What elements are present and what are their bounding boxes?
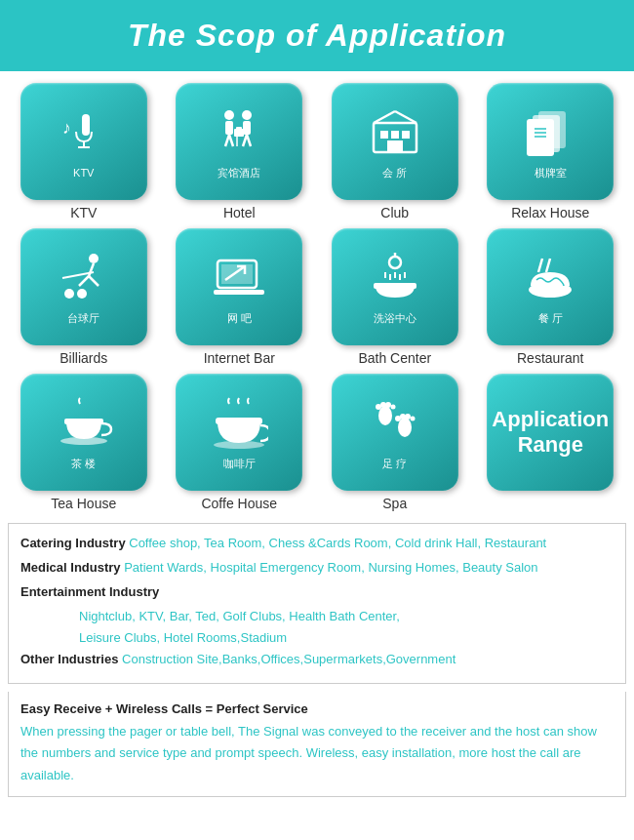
icon-item-club: 会 所 Club <box>321 83 469 220</box>
billiards-chinese: 台球厅 <box>67 311 99 326</box>
app-range-text: ApplicationRange <box>484 399 616 466</box>
svg-rect-38 <box>214 290 264 295</box>
hotel-label: Hotel <box>223 205 256 220</box>
easy-receive-title: Easy Receive + Wireless Calls = Perfect … <box>20 701 614 716</box>
svg-line-21 <box>395 111 416 123</box>
entertainment-label: Entertainment Industry <box>20 584 159 599</box>
hotel-chinese: 宾馆酒店 <box>218 166 260 180</box>
club-chinese: 会 所 <box>382 166 407 180</box>
club-label: Club <box>380 205 409 220</box>
svg-point-59 <box>390 404 395 409</box>
spa-label: Spa <box>382 496 407 511</box>
svg-rect-19 <box>387 140 403 152</box>
tea-house-icon <box>55 394 113 453</box>
icon-box-billiards: 台球厅 <box>20 228 147 345</box>
svg-line-31 <box>89 276 99 286</box>
icon-box-relax-house: 棋牌室 <box>487 83 614 200</box>
icon-box-hotel: 宾馆酒店 <box>176 83 302 200</box>
icon-box-internet-bar: 网 吧 <box>176 228 302 345</box>
bath-center-chinese: 洗浴中心 <box>374 311 416 326</box>
svg-point-4 <box>224 110 234 120</box>
svg-point-39 <box>389 257 401 268</box>
svg-point-51 <box>60 437 107 445</box>
icon-box-ktv: ♪ KTV <box>20 83 147 200</box>
svg-line-29 <box>89 263 94 276</box>
icon-item-app-range: ApplicationRange <box>477 374 625 511</box>
svg-point-28 <box>89 254 99 263</box>
icon-box-club: 会 所 <box>332 83 458 200</box>
svg-line-7 <box>229 135 233 146</box>
internet-bar-chinese: 网 吧 <box>227 311 252 326</box>
entertainment-row: Entertainment Industry <box>20 582 614 603</box>
ktv-label: KTV <box>70 205 97 220</box>
svg-rect-50 <box>64 419 103 424</box>
catering-label: Catering Industry <box>20 536 126 550</box>
billiards-label: Billiards <box>59 350 107 366</box>
ktv-chinese: KTV <box>73 167 94 179</box>
svg-rect-9 <box>243 121 251 135</box>
hotel-icon <box>210 103 268 162</box>
svg-rect-17 <box>391 131 399 139</box>
icon-item-coffe-house: 咖啡厅 Coffe House <box>166 374 314 511</box>
other-industries-label: Other Industries <box>20 652 118 666</box>
svg-point-8 <box>242 110 252 120</box>
tea-house-chinese: 茶 楼 <box>71 457 96 471</box>
club-icon <box>366 103 424 162</box>
icon-item-tea-house: 茶 楼 Tea House <box>10 374 158 511</box>
entertainment-line1: Nightclub, KTV, Bar, Ted, Golf Clubs, He… <box>20 606 614 627</box>
tea-house-label: Tea House <box>51 496 116 511</box>
svg-line-49 <box>546 259 550 272</box>
ktv-icon: ♪ <box>55 104 113 163</box>
icon-item-bath-center: 洗浴中心 Bath Center <box>321 228 469 366</box>
internet-bar-label: Internet Bar <box>204 350 275 366</box>
svg-line-48 <box>538 259 542 272</box>
billiards-icon <box>55 249 113 307</box>
svg-rect-16 <box>380 131 388 139</box>
icon-box-bath-center: 洗浴中心 <box>332 228 458 345</box>
svg-rect-1 <box>82 114 90 136</box>
restaurant-label: Restaurant <box>517 350 583 366</box>
svg-line-30 <box>79 276 89 286</box>
info-section-easy-receive: Easy Receive + Wireless Calls = Perfect … <box>8 692 626 796</box>
svg-line-20 <box>374 111 395 123</box>
other-industries-row: Other Industries Construction Site,Banks… <box>20 650 614 670</box>
relax-house-icon <box>521 103 579 162</box>
other-industries-value: Construction Site,Banks,Offices,Supermar… <box>118 652 456 666</box>
icon-box-restaurant: 餐 厅 <box>487 228 614 345</box>
page-header: The Scop of Application <box>0 0 634 71</box>
svg-point-53 <box>214 441 264 449</box>
entertainment-line2: Leisure Clubs, Hotel Rooms,Stadium <box>20 627 614 649</box>
spa-icon <box>366 394 424 453</box>
svg-point-62 <box>405 414 411 420</box>
icon-item-hotel: 宾馆酒店 Hotel <box>166 83 314 220</box>
medical-row: Medical Industry Patient Wards, Hospital… <box>20 558 614 579</box>
svg-rect-46 <box>374 283 416 289</box>
icon-box-coffe-house: 咖啡厅 <box>176 374 302 491</box>
svg-text:♪: ♪ <box>62 118 71 138</box>
spa-chinese: 足 疗 <box>382 457 407 471</box>
internet-bar-icon <box>210 249 268 307</box>
catering-row: Catering Industry Coffee shop, Tea Room,… <box>20 534 614 554</box>
svg-point-63 <box>410 416 415 420</box>
svg-rect-24 <box>527 119 554 156</box>
svg-rect-18 <box>402 131 410 139</box>
svg-rect-12 <box>234 129 244 137</box>
bath-center-icon <box>366 249 424 307</box>
medical-label: Medical Industry <box>20 560 121 575</box>
icon-box-tea-house: 茶 楼 <box>20 374 147 491</box>
coffe-house-label: Coffe House <box>201 496 277 511</box>
icon-item-relax-house: 棋牌室 Relax House <box>477 83 625 220</box>
icon-item-ktv: ♪ KTV KTV <box>10 83 158 220</box>
restaurant-chinese: 餐 厅 <box>538 311 563 326</box>
icons-grid: ♪ KTV KTV <box>0 71 634 523</box>
app-range-box: ApplicationRange <box>487 374 614 491</box>
restaurant-icon <box>521 249 579 307</box>
icon-item-billiards: 台球厅 Billiards <box>10 228 158 366</box>
coffe-house-icon <box>210 394 268 453</box>
relax-house-label: Relax House <box>511 205 589 220</box>
svg-rect-5 <box>225 121 233 135</box>
svg-rect-13 <box>236 127 242 130</box>
coffe-house-chinese: 咖啡厅 <box>223 457 256 471</box>
icon-item-spa: 足 疗 Spa <box>321 374 469 511</box>
relax-house-chinese: 棋牌室 <box>535 166 567 180</box>
